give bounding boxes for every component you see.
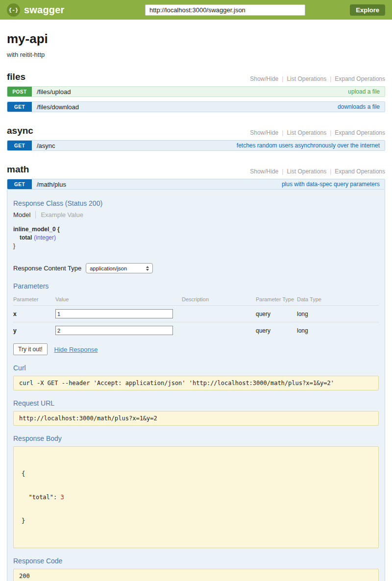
section-title-files: files xyxy=(7,72,25,82)
curl-command: curl -X GET --header 'Accept: applicatio… xyxy=(13,376,379,390)
swagger-braces-icon: {-} xyxy=(7,3,20,17)
list-operations-link[interactable]: List Operations xyxy=(287,168,326,175)
separator: | xyxy=(282,75,283,82)
column-header: Data Type xyxy=(297,294,379,306)
method-badge: GET xyxy=(7,179,32,189)
spec-url-input[interactable] xyxy=(145,4,305,16)
curl-heading: Curl xyxy=(13,364,379,372)
endpoint-row-expanded[interactable]: GET /math/plus plus with data-spec query… xyxy=(7,179,385,190)
section-controls: Show/Hide|List Operations|Expand Operati… xyxy=(250,129,385,136)
model-signature: inline_model_0 { total(integer) } xyxy=(13,225,379,250)
parameter-type: query xyxy=(256,306,297,322)
method-badge: POST xyxy=(7,87,32,97)
column-header: Parameter xyxy=(13,294,55,306)
endpoint-row[interactable]: POST /files/upload upload a file xyxy=(7,86,385,97)
tab-model[interactable]: Model xyxy=(13,211,36,218)
endpoint-path-link[interactable]: /math/plus xyxy=(37,181,66,188)
parameter-row: y query long xyxy=(13,322,379,339)
endpoint-summary-link[interactable]: downloads a file xyxy=(338,103,380,110)
explore-button[interactable]: Explore xyxy=(350,4,385,16)
json-value: 3 xyxy=(60,494,64,501)
section-files: files Show/Hide|List Operations|Expand O… xyxy=(7,72,385,112)
separator: | xyxy=(330,168,331,175)
tab-example-value[interactable]: Example Value xyxy=(36,211,83,218)
json-brace-open: { xyxy=(22,470,370,478)
page-title: my-api xyxy=(7,31,385,47)
parameter-value-input[interactable] xyxy=(55,309,173,318)
json-brace-close: } xyxy=(22,517,370,525)
show-hide-link[interactable]: Show/Hide xyxy=(250,129,278,136)
separator: | xyxy=(330,75,331,82)
endpoint-row[interactable]: GET /files/download downloads a file xyxy=(7,101,385,112)
parameter-name: x xyxy=(13,306,55,322)
endpoint-path-link[interactable]: /files/upload xyxy=(37,88,71,96)
swagger-logo-label: swagger xyxy=(24,4,65,16)
expand-operations-link[interactable]: Expand Operations xyxy=(335,168,385,175)
section-title-async: async xyxy=(7,125,33,136)
parameter-type: query xyxy=(256,322,297,339)
endpoint-row[interactable]: GET /async fetches random users asynchro… xyxy=(7,140,385,151)
section-controls: Show/Hide|List Operations|Expand Operati… xyxy=(250,75,385,82)
parameter-description xyxy=(182,322,256,339)
model-signature-open: inline_model_0 { xyxy=(13,226,60,233)
response-code-heading: Response Code xyxy=(13,557,379,565)
response-content-type-value: application/json xyxy=(90,266,127,271)
hide-response-link[interactable]: Hide Response xyxy=(54,346,98,353)
response-class-heading: Response Class (Status 200) xyxy=(13,199,379,207)
endpoint-summary-link[interactable]: upload a file xyxy=(348,88,380,95)
column-header: Parameter Type xyxy=(256,294,297,306)
response-code-value: 200 xyxy=(13,569,379,581)
select-arrows-icon xyxy=(146,266,149,271)
list-operations-link[interactable]: List Operations xyxy=(287,75,326,82)
parameter-name: y xyxy=(13,322,55,339)
response-body-heading: Response Body xyxy=(13,435,379,442)
section-async: async Show/Hide|List Operations|Expand O… xyxy=(7,125,385,151)
section-title-math: math xyxy=(7,164,29,175)
expand-operations-link[interactable]: Expand Operations xyxy=(335,129,385,136)
parameters-heading: Parameters xyxy=(13,282,379,290)
request-url-heading: Request URL xyxy=(13,399,379,407)
request-url-value: http://localhost:3000/math/plus?x=1&y=2 xyxy=(13,411,379,426)
parameter-data-type: long xyxy=(297,306,379,322)
section-controls: Show/Hide|List Operations|Expand Operati… xyxy=(250,168,385,175)
show-hide-link[interactable]: Show/Hide xyxy=(250,168,278,175)
endpoint-path-link[interactable]: /async xyxy=(37,142,55,149)
operation-panel: Response Class (Status 200) ModelExample… xyxy=(7,190,385,581)
expand-operations-link[interactable]: Expand Operations xyxy=(335,75,385,82)
show-hide-link[interactable]: Show/Hide xyxy=(250,75,278,82)
page-subtitle: with reitit-http xyxy=(7,51,385,58)
method-badge: GET xyxy=(7,141,32,150)
endpoint-summary-link[interactable]: plus with data-spec query parameters xyxy=(282,181,380,188)
model-property-name: total xyxy=(20,234,32,241)
response-body-json: { "total": 3 } xyxy=(13,446,379,548)
response-content-type-label: Response Content Type xyxy=(13,265,81,272)
column-header: Value xyxy=(55,294,182,306)
model-signature-close: } xyxy=(13,242,15,249)
top-bar: {-} swagger Explore xyxy=(0,0,392,20)
json-key: "total": xyxy=(22,494,60,501)
list-operations-link[interactable]: List Operations xyxy=(287,129,326,136)
parameter-value-input[interactable] xyxy=(55,326,173,335)
parameter-description xyxy=(182,306,256,322)
method-badge: GET xyxy=(7,102,32,112)
separator: | xyxy=(330,129,331,136)
parameters-table: Parameter Value Description Parameter Ty… xyxy=(13,294,379,339)
endpoint-path-link[interactable]: /files/download xyxy=(37,103,79,111)
separator: | xyxy=(282,168,283,175)
endpoint-summary-link[interactable]: fetches random users asynchronously over… xyxy=(237,142,380,149)
model-property-type: (integer) xyxy=(34,234,56,241)
separator: | xyxy=(282,129,283,136)
section-math: math Show/Hide|List Operations|Expand Op… xyxy=(7,164,385,581)
swagger-logo[interactable]: {-} swagger xyxy=(7,3,65,17)
column-header: Description xyxy=(182,294,256,306)
try-it-out-button[interactable]: Try it out! xyxy=(13,343,48,355)
parameter-row: x query long xyxy=(13,306,379,322)
parameter-data-type: long xyxy=(297,322,379,339)
response-content-type-select[interactable]: application/json xyxy=(86,263,153,273)
